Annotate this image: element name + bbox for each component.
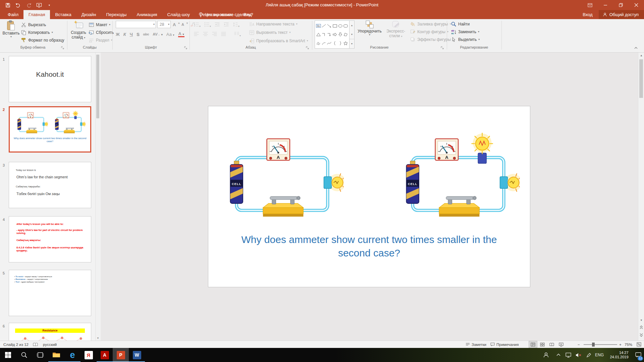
save-button[interactable] [4, 1, 11, 9]
share-button[interactable]: Общий доступ [599, 10, 644, 19]
align-text-button[interactable]: Выровнять текст▾ [249, 29, 291, 36]
shape-elbow-arrow-connector-icon[interactable] [327, 32, 332, 37]
scroll-down-icon[interactable]: ▼ [638, 317, 644, 323]
pen-input-button[interactable] [584, 348, 593, 362]
text-shadow-button[interactable]: S [137, 32, 140, 37]
start-slideshow-button[interactable] [35, 1, 43, 9]
section-button[interactable]: Раздел▾ [89, 37, 112, 44]
shape-arc-icon[interactable] [321, 41, 326, 46]
zoom-in-button[interactable]: + [619, 341, 622, 348]
bold-button[interactable]: Ж [116, 32, 120, 37]
convert-smartart-button[interactable]: Преобразовать в SmartArt▾ [249, 37, 308, 45]
people-button[interactable] [539, 348, 553, 362]
circuit-one-lamp-figure[interactable] [218, 130, 344, 224]
thumbnail-slide-2[interactable]: Why does ammeter show current two times … [9, 106, 91, 153]
previous-slide-button[interactable] [638, 325, 644, 330]
shape-right-brace-icon[interactable] [338, 41, 343, 46]
restore-button[interactable] [613, 0, 629, 10]
notes-toggle[interactable]: Заметки [466, 341, 486, 348]
language-indicator[interactable]: русский [43, 341, 57, 348]
font-name-combo[interactable]: ▾ [116, 21, 156, 28]
fit-slide-to-window-button[interactable] [637, 341, 641, 348]
drawing-dialog-launcher[interactable] [441, 46, 445, 50]
shapes-scroll-down-icon[interactable]: ▼ [350, 30, 354, 39]
edge-button[interactable]: e [64, 348, 80, 362]
ribbon-display-options-button[interactable] [582, 0, 598, 10]
zoom-out-button[interactable]: − [578, 341, 580, 348]
shape-triangle-icon[interactable] [316, 32, 321, 37]
underline-button[interactable]: Ч [130, 32, 133, 37]
close-button[interactable] [629, 0, 644, 10]
align-left-button[interactable] [194, 31, 199, 38]
font-size-combo[interactable]: 28▾ [157, 21, 171, 28]
volume-button[interactable] [574, 348, 584, 362]
italic-button[interactable]: К [123, 32, 126, 37]
tablet-settings-button[interactable] [564, 348, 573, 362]
tab-animations[interactable]: Анимация [131, 10, 162, 19]
shape-arrow-icon[interactable] [327, 23, 332, 28]
shapes-gallery-scroll[interactable]: ▲ ▼ ▼ [350, 20, 355, 49]
next-slide-button[interactable] [638, 332, 644, 338]
thumbnail-slide-4[interactable]: After today’s lesson you will be able to… [9, 216, 91, 262]
normal-view-button[interactable] [529, 341, 537, 348]
slide-counter[interactable]: Слайд 2 из 12 [3, 341, 29, 348]
zoom-slider-thumb[interactable] [592, 343, 595, 347]
thumbnail-slide-1[interactable]: Kahoot.it [9, 56, 91, 102]
cut-button[interactable]: Вырезать [21, 21, 46, 28]
start-button[interactable] [0, 348, 16, 362]
shape-curve-icon[interactable] [327, 41, 332, 46]
strikethrough-button[interactable]: abc [143, 32, 149, 36]
shape-oval-icon[interactable] [338, 23, 343, 28]
file-explorer-button[interactable] [48, 348, 64, 362]
font-color-button[interactable]: А ▾ [178, 31, 184, 37]
find-button[interactable]: Найти [451, 20, 470, 28]
shape-rounded-rectangle-icon[interactable] [343, 23, 348, 28]
hidden-icons-button[interactable] [554, 348, 563, 362]
redo-button[interactable] [25, 1, 32, 9]
acrobat-button[interactable]: A [97, 348, 113, 362]
thumbnail-scroll-down-icon[interactable]: ▼ [96, 336, 100, 341]
word-taskbar-button[interactable]: W [129, 348, 145, 362]
scroll-up-icon[interactable]: ▲ [638, 53, 644, 58]
tab-home[interactable]: Главная [23, 10, 50, 19]
zoom-slider[interactable] [584, 341, 617, 348]
grow-font-button[interactable]: А▲ [173, 21, 180, 28]
tell-me-box[interactable]: Что вы хотите сделать? [199, 10, 253, 19]
character-spacing-button[interactable]: AV↔ ▾ [153, 32, 163, 36]
language-button[interactable]: ENG [593, 348, 606, 362]
numbering-button[interactable]: ▾ [204, 22, 211, 28]
minimize-button[interactable] [598, 0, 613, 10]
shape-line-icon[interactable] [321, 23, 326, 28]
text-direction-button[interactable]: Направление текста▾ [249, 20, 298, 28]
thumbnail-slide-3[interactable]: Today our lesson is Ohm’s law for the ch… [9, 162, 91, 208]
main-scrollbar-thumb[interactable] [639, 59, 643, 98]
collapse-ribbon-button[interactable] [634, 46, 638, 51]
shapes-scroll-up-icon[interactable]: ▲ [350, 21, 354, 30]
spellcheck-button[interactable] [33, 341, 38, 348]
clock-button[interactable]: 14:27 24.01.2019 [606, 348, 633, 362]
shrink-font-button[interactable]: А▼ [181, 21, 189, 28]
shape-freeform-icon[interactable] [343, 32, 348, 37]
paragraph-dialog-launcher[interactable] [306, 46, 310, 50]
zoom-slider-track[interactable] [584, 344, 617, 345]
shape-star-icon[interactable] [343, 41, 348, 46]
task-view-button[interactable] [32, 348, 48, 362]
customize-qat-button[interactable]: ▾ [46, 1, 53, 9]
tab-design[interactable]: Дизайн [76, 10, 101, 19]
yandex-browser-button[interactable]: Я [80, 348, 97, 362]
shapes-gallery[interactable] [315, 20, 350, 49]
thumbnail-slide-5[interactable]: • To resist – кедергі жасау / сопротивля… [9, 270, 91, 316]
slide-sorter-view-button[interactable] [538, 341, 547, 348]
shape-textbox-icon[interactable] [316, 23, 321, 28]
columns-button[interactable]: ▾ [234, 31, 241, 38]
shape-outline-button[interactable]: Контур фигуры▾ [410, 28, 448, 36]
shape-down-arrow-icon[interactable] [338, 32, 343, 37]
undo-button[interactable] [14, 1, 22, 9]
increase-indent-button[interactable] [223, 22, 229, 28]
tab-insert[interactable]: Вставка [50, 10, 76, 19]
shape-right-arrow-icon[interactable] [332, 32, 337, 37]
zoom-level[interactable]: 75% [625, 341, 632, 348]
circuit-two-lamps-figure[interactable] [394, 130, 520, 224]
shape-left-brace-icon[interactable] [332, 41, 337, 46]
paste-button[interactable]: Вставить▾ [3, 20, 19, 38]
